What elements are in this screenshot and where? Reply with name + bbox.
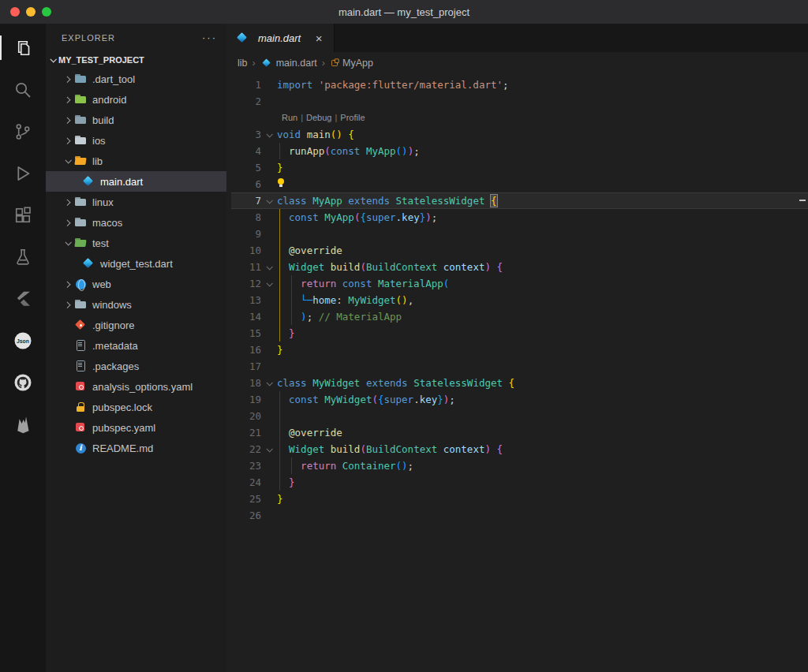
tree-item-widget_test.dart[interactable]: widget_test.dart bbox=[46, 253, 226, 274]
tree-item-build[interactable]: build bbox=[46, 110, 226, 130]
line-number[interactable]: 23 bbox=[231, 457, 261, 474]
code-line-19[interactable]: 19 const MyWidget({super.key}); bbox=[231, 391, 808, 408]
fold-chevron-icon[interactable] bbox=[261, 126, 277, 143]
tree-item-main.dart[interactable]: main.dart bbox=[46, 171, 226, 192]
source-control-icon[interactable] bbox=[0, 110, 46, 152]
line-number[interactable]: 17 bbox=[231, 358, 261, 375]
code-line-16[interactable]: 16} bbox=[231, 342, 808, 358]
breadcrumb-lib[interactable]: lib bbox=[238, 58, 248, 69]
code-line-6[interactable]: 6 bbox=[231, 176, 808, 192]
code-line-4[interactable]: 4 runApp(const MyApp()); bbox=[231, 143, 808, 159]
tree-item-.packages[interactable]: .packages bbox=[46, 356, 226, 376]
testing-icon[interactable] bbox=[0, 236, 46, 278]
breadcrumb-MyApp[interactable]: MyApp bbox=[330, 58, 373, 69]
code-line-7[interactable]: 7class MyApp extends StatelessWidget { bbox=[231, 192, 808, 209]
search-icon[interactable] bbox=[0, 69, 46, 110]
code-line-1[interactable]: 1import 'package:flutter/material.dart'; bbox=[231, 77, 808, 93]
fold-chevron-icon[interactable] bbox=[261, 192, 277, 209]
tree-item-android[interactable]: android bbox=[46, 89, 226, 110]
tree-item-linux[interactable]: linux bbox=[46, 192, 226, 212]
line-number[interactable]: 6 bbox=[231, 176, 261, 192]
tree-item-pubspec.lock[interactable]: pubspec.lock bbox=[46, 397, 226, 417]
line-number[interactable]: 9 bbox=[231, 226, 261, 242]
line-number[interactable]: 12 bbox=[231, 275, 261, 292]
code-line-13[interactable]: 13 └─home: MyWidget(), bbox=[231, 292, 808, 308]
fold-chevron-icon[interactable] bbox=[261, 275, 277, 292]
firebase-icon[interactable] bbox=[0, 403, 46, 445]
code-line-17[interactable]: 17 bbox=[231, 358, 808, 375]
tree-item-.dart_tool[interactable]: .dart_tool bbox=[46, 69, 226, 89]
tree-item-analysis_options.yaml[interactable]: analysis_options.yaml bbox=[46, 376, 226, 397]
line-number[interactable]: 8 bbox=[231, 209, 261, 226]
lightbulb-icon[interactable] bbox=[277, 177, 286, 188]
code-line-3[interactable]: 3void main() { bbox=[231, 126, 808, 143]
line-number[interactable]: 18 bbox=[231, 375, 261, 391]
codelens-profile[interactable]: Profile bbox=[340, 110, 365, 126]
code-line-22[interactable]: 22 Widget build(BuildContext context) { bbox=[231, 441, 808, 457]
line-number[interactable]: 26 bbox=[231, 507, 261, 524]
line-number[interactable]: 13 bbox=[231, 292, 261, 308]
tree-item-.gitignore[interactable]: .gitignore bbox=[46, 315, 226, 335]
code-line-10[interactable]: 10 @override bbox=[231, 242, 808, 259]
tree-item-ios[interactable]: ios bbox=[46, 130, 226, 151]
code-area[interactable]: 1import 'package:flutter/material.dart';… bbox=[226, 74, 808, 672]
line-number[interactable]: 4 bbox=[231, 143, 261, 159]
codelens-debug[interactable]: Debug bbox=[306, 110, 331, 126]
line-number[interactable]: 19 bbox=[231, 391, 261, 408]
tree-item-macos[interactable]: macos bbox=[46, 212, 226, 233]
maximize-window-button[interactable] bbox=[42, 7, 51, 17]
line-number[interactable]: 10 bbox=[231, 242, 261, 259]
code-line-12[interactable]: 12 return const MaterialApp( bbox=[231, 275, 808, 292]
code-line-2[interactable]: 2 bbox=[231, 93, 808, 110]
line-number[interactable]: 11 bbox=[231, 259, 261, 275]
line-number[interactable]: 3 bbox=[231, 126, 261, 143]
code-line-5[interactable]: 5} bbox=[231, 159, 808, 176]
minimize-window-button[interactable] bbox=[26, 7, 36, 17]
tree-item-windows[interactable]: windows bbox=[46, 294, 226, 315]
tree-item-pubspec.yaml[interactable]: pubspec.yaml bbox=[46, 417, 226, 438]
code-line-18[interactable]: 18class MyWidget extends StatelessWidget… bbox=[231, 375, 808, 391]
tree-item-lib[interactable]: lib bbox=[46, 151, 226, 171]
explorer-icon[interactable] bbox=[0, 27, 46, 69]
tree-item-README.md[interactable]: README.md bbox=[46, 438, 226, 458]
close-icon[interactable]: × bbox=[312, 32, 326, 45]
line-number[interactable]: 2 bbox=[231, 93, 261, 110]
code-line-14[interactable]: 14 ); // MaterialApp bbox=[231, 308, 808, 325]
fold-chevron-icon[interactable] bbox=[261, 441, 277, 457]
extensions-icon[interactable] bbox=[0, 194, 46, 236]
code-line-9[interactable]: 9 bbox=[231, 226, 808, 242]
fold-chevron-icon[interactable] bbox=[261, 375, 277, 391]
code-line-8[interactable]: 8 const MyApp({super.key}); bbox=[231, 209, 808, 226]
line-number[interactable]: 21 bbox=[231, 424, 261, 441]
line-number[interactable]: 16 bbox=[231, 342, 261, 358]
tree-item-web[interactable]: web bbox=[46, 274, 226, 294]
code-line-25[interactable]: 25} bbox=[231, 491, 808, 507]
line-number[interactable]: 14 bbox=[231, 308, 261, 325]
codelens-run[interactable]: Run bbox=[282, 110, 297, 126]
tree-item-.metadata[interactable]: .metadata bbox=[46, 335, 226, 356]
github-icon[interactable] bbox=[0, 361, 46, 403]
breadcrumb-main.dart[interactable]: main.dart bbox=[260, 57, 317, 69]
project-section-header[interactable]: MY_TEST_PROJECT bbox=[46, 51, 226, 69]
fold-chevron-icon[interactable] bbox=[261, 259, 277, 275]
code-line-15[interactable]: 15 } bbox=[231, 325, 808, 342]
code-line-21[interactable]: 21 @override bbox=[231, 424, 808, 441]
line-number[interactable]: 15 bbox=[231, 325, 261, 342]
line-number[interactable]: 7 bbox=[231, 192, 261, 209]
flutter-icon[interactable] bbox=[0, 278, 46, 319]
tree-item-test[interactable]: test bbox=[46, 233, 226, 253]
json-icon[interactable]: Json bbox=[0, 319, 46, 361]
line-number[interactable]: 24 bbox=[231, 474, 261, 491]
tab-main-dart[interactable]: main.dart × bbox=[226, 24, 335, 52]
line-number[interactable]: 22 bbox=[231, 441, 261, 457]
line-number[interactable]: 25 bbox=[231, 491, 261, 507]
code-line-24[interactable]: 24 } bbox=[231, 474, 808, 491]
line-number[interactable]: 5 bbox=[231, 159, 261, 176]
run-debug-icon[interactable] bbox=[0, 152, 46, 194]
code-line-23[interactable]: 23 return Container(); bbox=[231, 457, 808, 474]
code-line-20[interactable]: 20 bbox=[231, 408, 808, 424]
line-number[interactable]: 20 bbox=[231, 408, 261, 424]
code-line-26[interactable]: 26 bbox=[231, 507, 808, 524]
close-window-button[interactable] bbox=[10, 7, 20, 17]
code-line-11[interactable]: 11 Widget build(BuildContext context) { bbox=[231, 259, 808, 275]
